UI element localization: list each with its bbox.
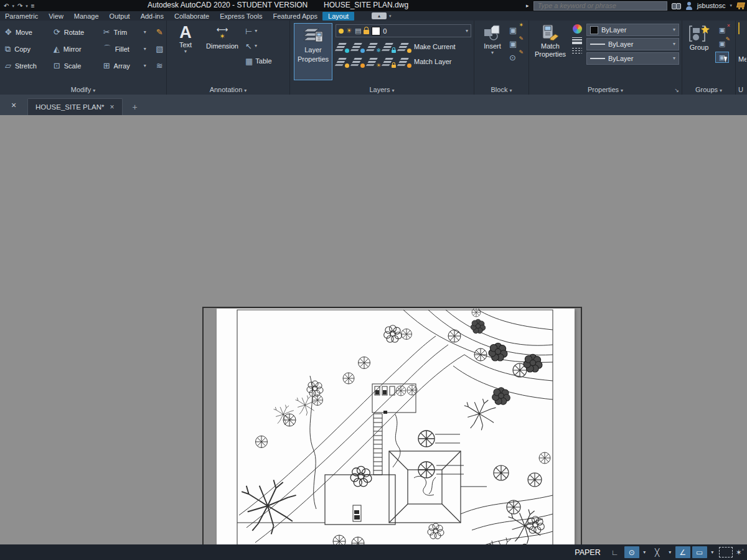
object-snap-caret-icon[interactable]: ▾ (641, 549, 648, 555)
drawing-tab-active[interactable]: HOUSE_SITE PLAN* × (27, 98, 123, 115)
tab-parametric[interactable]: Parametric (0, 12, 44, 21)
match-layer-button[interactable]: Match Layer (399, 57, 452, 67)
tab-output[interactable]: Output (104, 12, 136, 21)
text-button[interactable]: A Text ▾ (172, 23, 199, 95)
tab-view[interactable]: View (43, 12, 69, 21)
drawing-tab-close-icon[interactable]: × (110, 103, 115, 111)
create-block-icon[interactable]: ▣✶ (509, 24, 522, 34)
dynamic-input-icon[interactable]: ▭ (692, 546, 707, 558)
layer-select-dropdown[interactable]: ☀ ▤ 0 ▾ (336, 24, 471, 37)
object-snap-icon[interactable]: ⊙ (624, 546, 639, 558)
layer-unisolate-icon[interactable] (352, 57, 364, 67)
explode-icon[interactable]: ≋ (153, 62, 166, 70)
tab-manage[interactable]: Manage (68, 12, 105, 21)
tab-bar-close-icon[interactable]: × (0, 95, 27, 115)
insert-button[interactable]: Insert ▾ (478, 23, 507, 95)
copy-button[interactable]: ⧉Copy (5, 45, 54, 53)
redo-icon[interactable]: ↷ (17, 2, 22, 9)
lineweight-dropdown[interactable]: ByLayer ▾ (586, 38, 679, 50)
properties-dialog-launcher-icon[interactable]: ↘ (674, 87, 679, 93)
drawing-canvas[interactable]: × ⚒ >_ ▾ ^ i F No e Click (0, 115, 747, 560)
fillet-caret-icon[interactable]: ▾ (141, 47, 149, 52)
stretch-button[interactable]: ▱Stretch (5, 62, 54, 70)
table-button[interactable]: ▦Table (245, 55, 272, 67)
object-color-dropdown[interactable]: ByLayer ▾ (586, 24, 679, 36)
panel-block: Insert ▾ ▣✶ ▣✎ ⊙✎ Block ▾ (474, 21, 529, 95)
layer-thaw-icon[interactable]: ☀ (368, 57, 379, 67)
layer-off-icon[interactable] (337, 42, 348, 52)
write-block-icon[interactable]: ▣✎ (509, 38, 522, 48)
search-expand-icon[interactable]: ▸ (526, 2, 529, 9)
fillet-button[interactable]: ⌒Fillet (103, 45, 141, 53)
array-caret-icon[interactable]: ▾ (141, 63, 149, 68)
annotation-panel-caption[interactable]: Annotation ▾ (167, 86, 289, 93)
groups-panel-caption[interactable]: Groups ▾ (682, 86, 735, 93)
block-panel-caption[interactable]: Block ▾ (474, 86, 529, 93)
trim-icon: ✂ (103, 28, 110, 36)
polar-tracking-icon[interactable]: ∠ (675, 546, 690, 558)
properties-icon-column (571, 23, 583, 95)
snap-tracking-icon[interactable]: ╳ (650, 546, 665, 558)
binoculars-icon[interactable] (672, 3, 681, 9)
group-selection-toggle[interactable]: ▣ (715, 52, 729, 63)
layer-lock-icon[interactable] (383, 42, 395, 52)
annotation-visibility-icon[interactable]: ✶° (736, 548, 744, 557)
lineweight-icon[interactable] (572, 37, 582, 44)
scale-button[interactable]: ⊡Scale (54, 62, 103, 70)
group-button[interactable]: Group (685, 23, 713, 95)
selection-cycling-icon[interactable] (719, 547, 733, 558)
ribbon-minimize-caret-icon[interactable]: ▾ (389, 14, 392, 19)
undo-icon[interactable]: ↶ (4, 2, 9, 9)
ribbon-minimize-icon[interactable]: ▴ (372, 12, 387, 19)
utilities-panel-caption[interactable]: U (736, 86, 746, 93)
username[interactable]: jsbustosc (697, 2, 726, 9)
qat-customize-icon[interactable]: ≡ (31, 2, 35, 9)
undo-caret-icon[interactable]: ▾ (12, 4, 14, 8)
properties-panel-caption[interactable]: Properties ▾ (529, 86, 682, 93)
array-button[interactable]: ⊞Array (103, 62, 141, 70)
layer-isolate-icon[interactable] (352, 42, 364, 52)
layer-unlock-small-icon[interactable] (383, 57, 395, 67)
color-wheel-icon[interactable] (573, 24, 582, 34)
tab-addins[interactable]: Add-ins (135, 12, 169, 21)
linetype-icon[interactable] (572, 48, 582, 54)
tab-collaborate[interactable]: Collaborate (169, 12, 215, 21)
layers-panel-caption[interactable]: Layers ▾ (290, 86, 474, 93)
erase-icon[interactable]: ✎ (153, 28, 166, 36)
new-drawing-tab-icon[interactable]: + (133, 102, 138, 112)
modify-panel-caption[interactable]: Modify ▾ (0, 86, 166, 93)
rotate-button[interactable]: ⟳Rotate (54, 28, 103, 36)
layer-properties-button[interactable]: Layer Properties (294, 23, 332, 80)
search-input[interactable] (537, 1, 664, 10)
make-current-button[interactable]: Make Current (399, 42, 456, 52)
leader-button[interactable]: ↖▾ (245, 40, 272, 52)
3d-box-icon[interactable]: ▧ (153, 45, 166, 53)
tab-express-tools[interactable]: Express Tools (214, 12, 268, 21)
dynamic-input-caret-icon[interactable]: ▾ (709, 549, 716, 555)
ungroup-icon[interactable]: ▣× (715, 24, 729, 35)
layer-freeze-icon[interactable]: ❄ (368, 42, 379, 52)
tab-layout[interactable]: Layout (322, 12, 354, 21)
layer-on-icon[interactable] (337, 57, 348, 67)
make-current-icon (399, 42, 410, 52)
user-caret-icon[interactable]: ▾ (730, 3, 732, 8)
measure-label[interactable]: Me (738, 55, 746, 63)
trim-button[interactable]: ✂Trim (103, 28, 141, 36)
group-edit-icon[interactable]: ▣✎ (715, 38, 729, 49)
mirror-button[interactable]: ◭Mirror (54, 45, 103, 53)
paper-space-toggle[interactable]: PAPER (575, 548, 600, 557)
app-store-cart-icon[interactable] (736, 2, 745, 9)
move-button[interactable]: ✥Move (5, 28, 54, 36)
measure-ruler-icon[interactable] (738, 22, 740, 34)
redo-caret-icon[interactable]: ▾ (26, 4, 28, 8)
linear-dimension-button[interactable]: ⊢▾ (245, 25, 272, 37)
dimension-button[interactable]: ⟷✶ Dimension (203, 23, 242, 95)
trim-caret-icon[interactable]: ▾ (141, 30, 149, 35)
linetype-dropdown[interactable]: ByLayer ▾ (586, 52, 679, 65)
avatar-icon[interactable] (685, 2, 693, 10)
snap-tracking-caret-icon[interactable]: ▾ (667, 549, 674, 555)
ortho-icon[interactable]: ∟ (608, 546, 622, 558)
tab-featured-apps[interactable]: Featured Apps (267, 12, 323, 21)
match-properties-button[interactable]: Match Properties (533, 23, 568, 95)
define-attributes-icon[interactable]: ⊙✎ (509, 52, 522, 62)
